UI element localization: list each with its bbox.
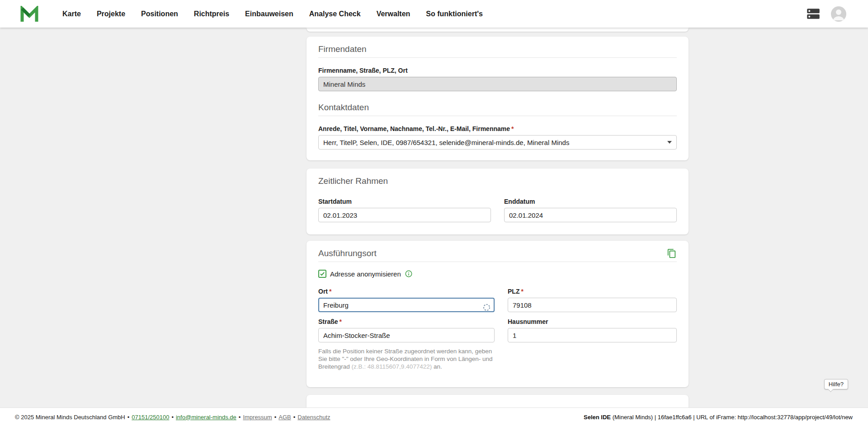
footer: © 2025 Mineral Minds Deutschland GmbH • …	[0, 407, 868, 426]
footer-email-link[interactable]: info@mineral-minds.de	[176, 414, 236, 421]
strasse-field: Straße*	[318, 318, 495, 342]
divider	[318, 262, 677, 262]
plz-label: PLZ*	[508, 288, 677, 295]
footer-phone-link[interactable]: 07151/250100	[132, 414, 169, 421]
contact-label: Anrede, Titel, Vorname, Nachname, Tel.-N…	[318, 125, 677, 133]
copyright-text: © 2025 Mineral Minds Deutschland GmbH	[15, 414, 125, 421]
strasse-hint: Falls die Position keiner Straße zugeord…	[318, 347, 495, 370]
anonymize-row: Adresse anonymisieren	[318, 270, 677, 278]
navbar-right	[807, 6, 846, 22]
ort-label: Ort*	[318, 288, 495, 295]
nav-item-analyse-check[interactable]: Analyse Check	[309, 10, 361, 18]
card-title-kontaktdaten: Kontaktdaten	[318, 102, 677, 113]
card-title-zeitlicher-rahmen: Zeitlicher Rahmen	[318, 169, 677, 187]
footer-datenschutz-link[interactable]: Datenschutz	[297, 414, 330, 421]
check-icon	[320, 271, 325, 276]
strasse-label: Straße*	[318, 318, 495, 326]
required-marker: *	[511, 125, 514, 132]
card-zeitlicher-rahmen: Zeitlicher Rahmen Startdatum Enddatum	[307, 169, 689, 234]
nav-item-einbauweisen[interactable]: Einbauweisen	[245, 10, 293, 18]
anonymize-label: Adresse anonymisieren	[330, 270, 401, 278]
enddatum-input[interactable]	[504, 208, 677, 222]
startdatum-field: Startdatum	[318, 198, 491, 222]
required-marker: *	[521, 288, 523, 295]
info-icon[interactable]	[405, 270, 413, 278]
card-title-ausfuehrungsort: Ausführungsort	[318, 248, 377, 259]
startdatum-input[interactable]	[318, 208, 491, 222]
footer-debug-info: Selen IDE (Mineral Minds) | 16fae1ffc6a6…	[584, 414, 853, 421]
chevron-down-icon	[667, 141, 672, 144]
logo-icon	[20, 6, 39, 22]
copy-icon[interactable]	[667, 248, 677, 258]
ort-field: Ort*	[318, 288, 495, 312]
card-firmendaten: Firmendaten Firmenname, Straße, PLZ, Ort…	[307, 37, 689, 160]
nav-item-richtpreis[interactable]: Richtpreis	[194, 10, 229, 18]
footer-agb-link[interactable]: AGB	[278, 414, 291, 421]
hausnummer-input[interactable]	[508, 328, 677, 342]
nav-item-projekte[interactable]: Projekte	[97, 10, 125, 18]
hausnummer-field: Hausnummer	[508, 318, 677, 342]
card-partial-bottom	[307, 395, 689, 407]
loading-spinner-icon	[483, 304, 491, 313]
nav-item-karte[interactable]: Karte	[62, 10, 81, 18]
card-ausfuehrungsort: Ausführungsort Adresse anonymisieren Ort…	[307, 241, 689, 387]
anonymize-checkbox[interactable]	[318, 270, 326, 278]
card-title-firmendaten: Firmendaten	[318, 37, 677, 55]
required-marker: *	[340, 318, 342, 325]
nav-item-so-funktionierts[interactable]: So funktioniert's	[426, 10, 483, 18]
plz-input[interactable]	[508, 298, 677, 312]
contact-select-value: Herr, TitelP, Selen, IDE, 0987/654321, s…	[323, 139, 569, 146]
company-label: Firmenname, Straße, PLZ, Ort	[318, 67, 677, 75]
main-menu: Karte Projekte Positionen Richtpreis Ein…	[62, 10, 483, 18]
strasse-input[interactable]	[318, 328, 495, 342]
company-input[interactable]	[318, 77, 677, 91]
enddatum-field: Enddatum	[504, 198, 677, 222]
nav-item-positionen[interactable]: Positionen	[141, 10, 178, 18]
ort-input[interactable]	[318, 298, 495, 312]
plz-field: PLZ*	[508, 288, 677, 312]
nav-item-verwalten[interactable]: Verwalten	[377, 10, 410, 18]
required-marker: *	[329, 288, 331, 295]
divider	[318, 57, 677, 58]
startdatum-label: Startdatum	[318, 198, 491, 206]
server-icon[interactable]	[807, 8, 820, 19]
footer-left: © 2025 Mineral Minds Deutschland GmbH • …	[15, 414, 330, 421]
hausnummer-label: Hausnummer	[508, 318, 677, 326]
contact-select[interactable]: Herr, TitelP, Selen, IDE, 0987/654321, s…	[318, 135, 677, 150]
user-avatar[interactable]	[831, 6, 846, 22]
top-navbar: Karte Projekte Positionen Richtpreis Ein…	[0, 0, 868, 28]
divider	[318, 116, 677, 116]
help-button[interactable]: Hilfe?	[824, 379, 848, 389]
enddatum-label: Enddatum	[504, 198, 677, 206]
footer-impressum-link[interactable]: Impressum	[243, 414, 272, 421]
card-partial-top	[307, 28, 689, 32]
mineral-minds-logo[interactable]	[20, 6, 39, 22]
